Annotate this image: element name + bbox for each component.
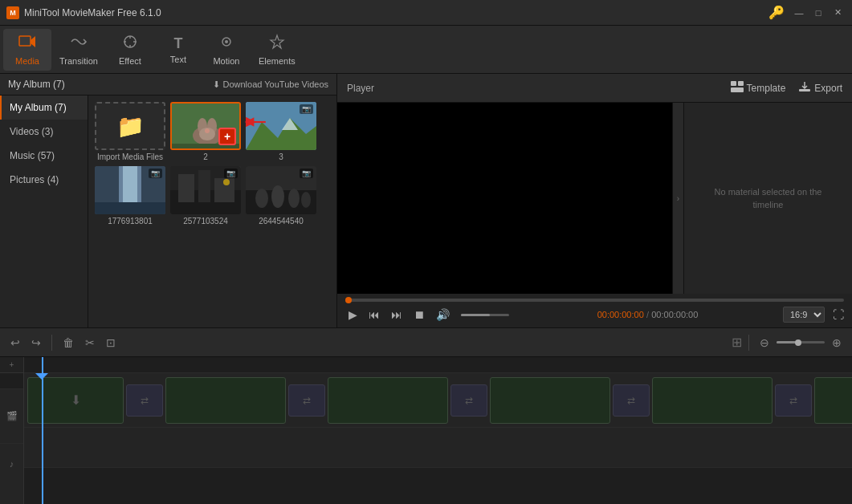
main-toolbar: Media Transition Effect T Text: [0, 26, 852, 74]
svg-rect-22: [178, 174, 194, 202]
toolbar-transition[interactable]: Transition: [51, 29, 106, 71]
play-button[interactable]: ▶: [345, 307, 361, 323]
time-total: 00:00:00:00: [651, 310, 698, 319]
toolbar-effect[interactable]: Effect: [106, 29, 154, 71]
cut-button[interactable]: ✂: [81, 334, 99, 352]
no-material-text: No material selected on the timeline: [700, 185, 836, 212]
close-button[interactable]: ✕: [830, 5, 846, 21]
timeline-toolbar: ↩ ↪ 🗑 ✂ ⊡ ⊞ ⊖ ⊕: [0, 328, 852, 357]
my-album-label: My Album (7): [10, 102, 67, 113]
volume-slider[interactable]: [461, 314, 509, 316]
video-track-content: ⬇ ⇄ ⇄ ⇄ ⇄: [24, 373, 852, 427]
download-icon: ⬇: [213, 79, 220, 90]
template-button[interactable]: Template: [731, 81, 786, 95]
undo-button[interactable]: ↩: [6, 334, 24, 352]
toolbar-motion[interactable]: Motion: [202, 29, 251, 71]
panel-header: My Album (7) ⬇ Download YouTube Videos: [0, 74, 336, 96]
zoom-out-button[interactable]: ⊖: [756, 334, 773, 352]
zoom-slider[interactable]: [777, 341, 825, 343]
media-label-3: 3: [279, 152, 283, 161]
track-clip-3[interactable]: [328, 377, 448, 424]
prev-frame-button[interactable]: ⏮: [365, 307, 383, 323]
video-cam-icon-street: 📷: [224, 169, 238, 178]
media-label: Media: [15, 56, 39, 66]
media-item-waterfall[interactable]: 📷 1776913801: [95, 166, 165, 226]
download-youtube-button[interactable]: ⬇ Download YouTube Videos: [213, 79, 329, 90]
volume-icon[interactable]: 🔊: [433, 307, 453, 323]
svg-rect-33: [738, 81, 744, 86]
track-clip-2[interactable]: [165, 377, 286, 424]
progress-bar[interactable]: [345, 299, 844, 302]
track-clip-4[interactable]: [490, 377, 610, 424]
collapse-panel-button[interactable]: ›: [672, 103, 683, 294]
audio-track-label: ♪: [0, 444, 23, 484]
track-clip-5[interactable]: [652, 377, 773, 424]
media-item-street[interactable]: 📷 2577103524: [170, 166, 241, 226]
crop-button[interactable]: ⊡: [102, 334, 120, 352]
player-controls: ▶ ⏮ ⏭ ⏹ 🔊 00:00:00:00 / 00:00:00:00 16:9…: [337, 294, 852, 327]
transition-5[interactable]: ⇄: [775, 384, 812, 417]
zoom-in-button[interactable]: ⊕: [828, 334, 846, 352]
window-controls: — □ ✕: [791, 5, 846, 21]
restore-button[interactable]: □: [810, 5, 826, 21]
template-icon: [731, 81, 744, 95]
svg-rect-34: [731, 87, 744, 92]
zoom-handle: [795, 339, 801, 346]
video-cam-icon-3: 📷: [300, 104, 313, 114]
import-label: Import Media Files: [97, 152, 163, 161]
player-area: › No material selected on the timeline: [337, 103, 852, 294]
right-collapse-area: ›: [672, 103, 683, 294]
playhead-dot: [345, 297, 352, 303]
sidebar-item-videos[interactable]: Videos (3): [0, 120, 88, 144]
svg-point-28: [255, 189, 268, 208]
music-label: Music (57): [10, 150, 55, 161]
left-panel: My Album (7) ⬇ Download YouTube Videos M…: [0, 74, 337, 327]
chevron-right-icon: ›: [677, 194, 679, 203]
fullscreen-button[interactable]: ⛶: [833, 308, 844, 321]
transition-1[interactable]: ⇄: [126, 384, 163, 417]
svg-point-25: [223, 179, 230, 185]
toolbar-media[interactable]: Media: [3, 29, 51, 71]
svg-point-9: [205, 128, 210, 133]
add-track-button[interactable]: +: [0, 357, 23, 373]
export-icon: [798, 81, 811, 95]
svg-point-30: [288, 189, 300, 208]
transition-4[interactable]: ⇄: [613, 384, 650, 417]
next-frame-button[interactable]: ⏭: [388, 307, 406, 323]
media-item-crowd[interactable]: 📷 2644544540: [246, 166, 316, 226]
transition-3[interactable]: ⇄: [450, 384, 487, 417]
app-icon: M: [6, 6, 19, 19]
video-cam-icon-waterfall: 📷: [149, 169, 162, 178]
media-thumb-crowd: 📷: [246, 166, 316, 214]
toolbar-elements[interactable]: Elements: [251, 29, 304, 71]
aspect-ratio-select[interactable]: 16:9 4:3 1:1 9:16: [783, 307, 825, 323]
media-icon: [18, 34, 36, 54]
sidebar-item-pictures[interactable]: Pictures (4): [0, 168, 88, 192]
transition-arrow-3: ⇄: [465, 395, 473, 406]
center-panel: Player Template: [337, 74, 852, 327]
track-clip-6[interactable]: [814, 377, 852, 424]
transition-2[interactable]: ⇄: [288, 384, 325, 417]
sidebar-item-music[interactable]: Music (57): [0, 144, 88, 168]
minimize-button[interactable]: —: [791, 5, 807, 21]
track-labels: + 🎬 ♪: [0, 357, 24, 504]
redo-button[interactable]: ↪: [27, 334, 45, 352]
video-track-label: 🎬: [0, 389, 23, 444]
elements-icon: [268, 34, 286, 54]
add-to-timeline-button[interactable]: +: [218, 128, 236, 145]
arrow-indicator: [243, 110, 271, 134]
toolbar-text[interactable]: T Text: [154, 30, 202, 69]
stop-button[interactable]: ⏹: [410, 307, 428, 323]
timeline-content: + 🎬 ♪: [0, 357, 852, 504]
player-viewport[interactable]: [337, 103, 672, 294]
timeline-area: ↩ ↪ 🗑 ✂ ⊡ ⊞ ⊖ ⊕ + 🎬: [0, 327, 852, 504]
panel-content: My Album (7) Videos (3) Music (57) Pictu…: [0, 96, 336, 327]
export-button[interactable]: Export: [798, 81, 842, 95]
player-header: Player Template: [337, 74, 852, 103]
delete-button[interactable]: 🗑: [59, 334, 78, 352]
media-item-2[interactable]: + 2: [170, 102, 241, 161]
text-label: Text: [170, 55, 186, 64]
import-media-item[interactable]: 📁 Import Media Files: [95, 102, 165, 161]
media-label-crowd: 2644544540: [259, 217, 304, 226]
sidebar-item-my-album[interactable]: My Album (7): [0, 96, 88, 120]
